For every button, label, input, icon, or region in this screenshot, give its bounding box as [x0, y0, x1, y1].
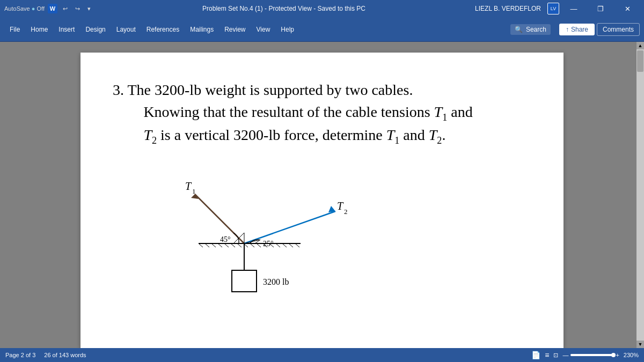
svg-text:2: 2: [344, 208, 348, 216]
diagram-container: T 1 T 2 3200 lb 45°: [145, 160, 531, 300]
problem-line1: The 3200-lb weight is supported by two c…: [124, 82, 413, 98]
svg-line-2: [205, 243, 209, 247]
svg-line-6: [231, 243, 235, 247]
user-name: LIEZL B. VERDEFLOR: [475, 5, 541, 12]
tab-design[interactable]: Design: [80, 17, 111, 42]
titlebar-left: AutoSave ● Off W ↩ ↪ ▾: [4, 4, 93, 13]
tab-review[interactable]: Review: [219, 17, 251, 42]
weight-label: 3200 lb: [263, 277, 289, 286]
title-bar: AutoSave ● Off W ↩ ↪ ▾ Problem Set No.4 …: [0, 0, 644, 17]
angle2-label: 25°: [263, 240, 274, 248]
svg-line-10: [257, 243, 261, 247]
search-icon: 🔍: [515, 26, 523, 33]
diagram-svg: T 1 T 2 3200 lb 45°: [145, 160, 370, 300]
zoom-control[interactable]: — + 230%: [562, 352, 639, 358]
zoom-thumb[interactable]: [611, 353, 616, 357]
tab-references[interactable]: References: [141, 17, 185, 42]
scroll-thumb[interactable]: [637, 50, 643, 72]
problem-number: 3.: [113, 82, 124, 98]
scroll-track[interactable]: [637, 49, 643, 341]
svg-rect-24: [232, 270, 257, 292]
titlebar-right: LIEZL B. VERDEFLOR LV — ❐ ✕: [475, 0, 640, 17]
tab-layout[interactable]: Layout: [111, 17, 141, 42]
document-area: 3. The 3200-lb weight is supported by tw…: [0, 42, 644, 348]
zoom-plus[interactable]: +: [616, 352, 619, 358]
document-page: 3. The 3200-lb weight is supported by tw…: [80, 53, 564, 348]
problem-content: 3. The 3200-lb weight is supported by tw…: [113, 79, 531, 147]
comments-button[interactable]: Comments: [597, 23, 640, 36]
svg-line-3: [211, 243, 216, 247]
user-avatar: LV: [547, 3, 559, 14]
svg-line-5: [224, 243, 229, 247]
statusbar-right: 📄 ≡ ⊡ — + 230%: [531, 351, 639, 359]
tab-view[interactable]: View: [251, 17, 276, 42]
tab-home[interactable]: Home: [25, 17, 53, 42]
zoom-bar: [570, 354, 613, 356]
document-title: Problem Set No.4 (1) - Protected View - …: [93, 5, 475, 12]
word-icon: W: [48, 4, 57, 13]
minimize-button[interactable]: —: [561, 0, 586, 17]
svg-marker-21: [328, 206, 335, 212]
search-label: Search: [526, 26, 546, 33]
tab-insert[interactable]: Insert: [53, 17, 80, 42]
share-button[interactable]: ↑ Share: [559, 24, 595, 35]
restore-button[interactable]: ❐: [588, 0, 613, 17]
svg-line-14: [282, 243, 287, 247]
svg-text:1: 1: [192, 187, 196, 195]
ribbon: File Home Insert Design Layout Reference…: [0, 17, 644, 42]
focus-mode-icon[interactable]: ⊡: [553, 352, 558, 359]
tab-help[interactable]: Help: [275, 17, 299, 42]
zoom-minus[interactable]: —: [562, 352, 568, 358]
customize-qat[interactable]: ▾: [85, 4, 93, 13]
scroll-down-button[interactable]: ▼: [636, 341, 644, 348]
svg-line-13: [276, 243, 280, 247]
t2-label: T: [337, 200, 344, 212]
svg-line-9: [250, 243, 254, 247]
layout-print-icon[interactable]: 📄: [531, 351, 540, 359]
svg-line-16: [295, 243, 299, 247]
scroll-up-button[interactable]: ▲: [636, 42, 644, 49]
svg-line-15: [289, 243, 293, 247]
autosave-label: AutoSave ● Off: [4, 5, 45, 12]
zoom-fill: [570, 354, 613, 356]
redo-button[interactable]: ↪: [73, 4, 82, 13]
ribbon-right: ↑ Share Comments: [559, 23, 640, 36]
vertical-scrollbar[interactable]: ▲ ▼: [636, 42, 644, 348]
angle1-label: 45°: [220, 235, 231, 243]
svg-line-4: [218, 243, 222, 247]
zoom-level: 230%: [624, 352, 639, 358]
search-box[interactable]: 🔍 Search: [510, 24, 551, 35]
svg-line-1: [199, 243, 203, 247]
undo-button[interactable]: ↩: [61, 4, 70, 13]
svg-line-7: [237, 243, 241, 247]
statusbar-left: Page 2 of 3 26 of 143 words: [5, 352, 86, 358]
tab-mailings[interactable]: Mailings: [185, 17, 219, 42]
share-icon: ↑: [566, 26, 569, 33]
page-info: Page 2 of 3: [5, 352, 35, 358]
t1-label: T: [185, 180, 192, 192]
status-bar: Page 2 of 3 26 of 143 words 📄 ≡ ⊡ — + 23…: [0, 348, 644, 362]
svg-line-20: [244, 211, 335, 243]
tab-file[interactable]: File: [4, 17, 25, 42]
word-count: 26 of 143 words: [44, 352, 86, 358]
layout-web-icon[interactable]: ≡: [545, 351, 549, 359]
close-button[interactable]: ✕: [615, 0, 640, 17]
